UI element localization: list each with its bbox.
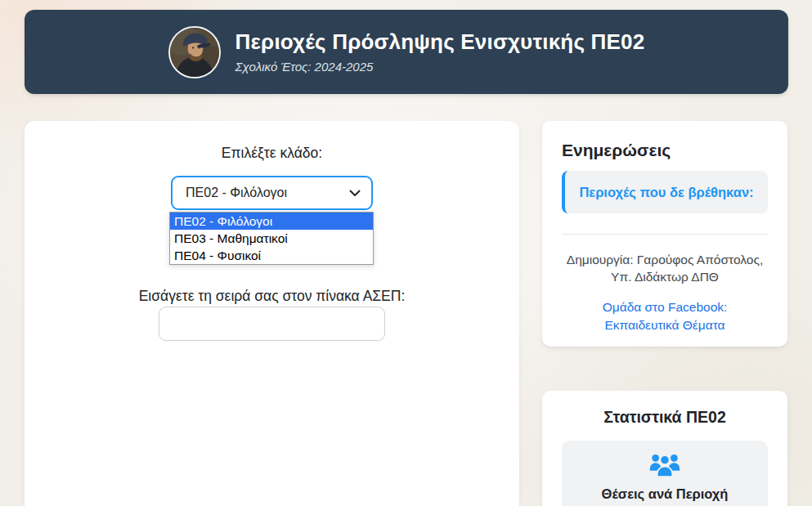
regions-not-found-alert-text: Περιοχές που δε βρέθηκαν: (579, 185, 753, 200)
facebook-group-link[interactable]: Ομάδα στο Facebook: Εκπαιδευτικά Θέματα (562, 298, 768, 334)
chevron-down-icon (349, 190, 361, 197)
school-year-subtitle: Σχολικό Έτος: 2024-2025 (236, 60, 645, 74)
stats-card: Στατιστικά ΠΕ02 Θέσεις ανά Περιοχή (542, 391, 787, 506)
creator-credit: Δημιουργία: Γαρούφος Απόστολος, Υπ. Διδά… (562, 252, 768, 286)
main-card: Επιλέξτε κλάδο: ΠΕ02 - Φιλόλογοι ΠΕ02 - … (25, 121, 519, 506)
page-title: Περιοχές Πρόσληψης Ενισχυτικής ΠΕ02 (236, 30, 645, 55)
rank-input[interactable] (159, 307, 385, 341)
positions-per-region-label: Θέσεις ανά Περιοχή (570, 486, 760, 502)
updates-heading: Ενημερώσεις (562, 141, 768, 160)
regions-not-found-alert: Περιοχές που δε βρέθηκαν: (562, 171, 768, 213)
branch-dropdown-list: ΠΕ02 - Φιλόλογοι ΠΕ03 - Μαθηματικοί ΠΕ04… (169, 212, 374, 265)
branch-select-value: ΠΕ02 - Φιλόλογοι (186, 186, 287, 200)
sidebar-divider (562, 234, 768, 235)
avatar (168, 26, 221, 78)
header-text: Περιοχές Πρόσληψης Ενισχυτικής ΠΕ02 Σχολ… (236, 30, 645, 74)
avatar-portrait-graphic (170, 28, 219, 77)
dropdown-option-pe03[interactable]: ΠΕ03 - Μαθηματικοί (170, 230, 373, 247)
branch-select[interactable]: ΠΕ02 - Φιλόλογοι (171, 176, 373, 210)
branch-select-label: Επιλέξτε κλάδο: (25, 145, 519, 162)
positions-per-region-tile[interactable]: Θέσεις ανά Περιοχή (562, 441, 768, 506)
users-icon (648, 453, 681, 481)
dropdown-option-pe04[interactable]: ΠΕ04 - Φυσικοί (170, 247, 373, 264)
stats-heading: Στατιστικά ΠΕ02 (562, 408, 768, 427)
rank-input-label: Εισάγετε τη σειρά σας στον πίνακα ΑΣΕΠ: (25, 288, 519, 305)
app-header: Περιοχές Πρόσληψης Ενισχυτικής ΠΕ02 Σχολ… (25, 10, 788, 94)
updates-card: Ενημερώσεις Περιοχές που δε βρέθηκαν: Δη… (542, 121, 787, 347)
dropdown-option-pe02[interactable]: ΠΕ02 - Φιλόλογοι (170, 213, 373, 230)
